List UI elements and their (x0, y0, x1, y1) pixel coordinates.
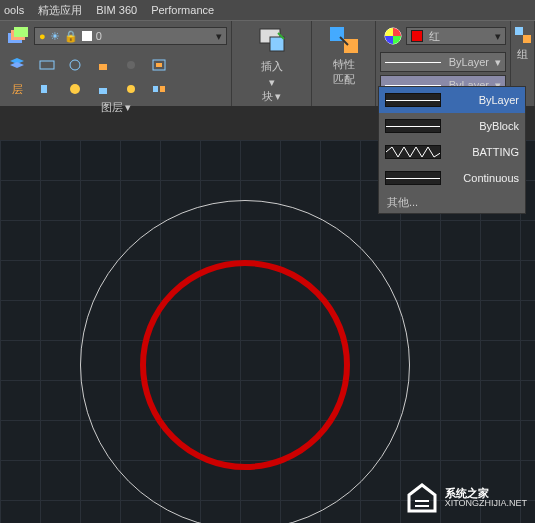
lock-icon: 🔒 (64, 30, 78, 43)
match-icon (151, 58, 167, 72)
layer-tool-2[interactable]: 层 (4, 78, 30, 100)
svg-rect-2 (14, 27, 28, 37)
layers-icon (8, 57, 26, 73)
match-props-icon (328, 25, 360, 55)
watermark-url: XITONGZHIJIA.NET (445, 499, 527, 509)
insert-block-button[interactable] (254, 23, 290, 57)
layer-dropdown[interactable]: ● ☀ 🔒 0 ▾ (34, 27, 227, 45)
color-dropdown[interactable]: 红 ▾ (406, 27, 506, 45)
layer-stack-icon (6, 25, 28, 47)
svg-point-9 (70, 84, 80, 94)
inner-circle-entity (140, 260, 350, 470)
lineweight-label: ByLayer (449, 56, 489, 68)
match-props-label: 特性 匹配 (333, 57, 355, 87)
linetype-option-label: ByBlock (449, 120, 519, 132)
other-label: 其他... (387, 195, 418, 210)
layer-color-swatch (82, 31, 92, 41)
menu-featured[interactable]: 精选应用 (38, 3, 82, 18)
linetype-option-label: Continuous (449, 172, 519, 184)
svg-point-6 (127, 61, 135, 69)
zigzag-icon (386, 146, 440, 158)
layer-match-button[interactable] (146, 54, 172, 76)
menu-performance[interactable]: Performance (151, 4, 214, 16)
layer-properties-button[interactable] (4, 23, 30, 49)
lineweight-preview (385, 62, 441, 63)
svg-rect-10 (99, 88, 107, 94)
layer-lock-button[interactable] (90, 54, 116, 76)
color-wheel-button[interactable] (380, 23, 406, 49)
chevron-down-icon[interactable]: ▾ (269, 76, 275, 89)
block-panel-title: 块▾ (236, 89, 307, 104)
svg-point-4 (70, 60, 80, 70)
layers-panel-title: 图层▾ (4, 100, 227, 115)
freeze-icon (67, 58, 83, 72)
layer-iso-button[interactable] (34, 54, 60, 76)
layer-tool-1[interactable] (4, 54, 30, 76)
layer-off-button[interactable] (118, 54, 144, 76)
linetype-option-label: ByLayer (449, 94, 519, 106)
svg-rect-12 (153, 86, 158, 92)
linetype-option-other[interactable]: 其他... (379, 191, 525, 213)
chevron-down-icon: ▾ (216, 30, 222, 43)
svg-rect-17 (344, 39, 358, 53)
prev-icon (39, 82, 55, 96)
watermark: 系统之家 XITONGZHIJIA.NET (405, 481, 527, 515)
layer-walk-button[interactable] (146, 78, 172, 100)
linetype-option-batting[interactable]: BATTING (379, 139, 525, 165)
chevron-down-icon: ▾ (125, 101, 131, 114)
group-button[interactable] (513, 25, 533, 45)
unlock-icon (95, 82, 111, 96)
layer-icon (39, 58, 55, 72)
layer-thaw-button[interactable] (62, 78, 88, 100)
linetype-preview (385, 119, 441, 133)
block-panel: 插入 ▾ 块▾ (232, 21, 312, 106)
insert-label: 插入 (261, 59, 283, 74)
linetype-option-byblock[interactable]: ByBlock (379, 113, 525, 139)
color-label: 红 (429, 29, 440, 44)
svg-rect-20 (523, 35, 531, 43)
layer-unlock-button[interactable] (90, 78, 116, 100)
lock-icon (95, 58, 111, 72)
off-icon (123, 58, 139, 72)
layer-name: 0 (96, 30, 102, 42)
menubar: ools 精选应用 BIM 360 Performance (0, 0, 535, 20)
chevron-down-icon: ▾ (275, 90, 281, 103)
svg-rect-3 (40, 61, 54, 69)
layer-prev-button[interactable] (34, 78, 60, 100)
sun-icon: ☀ (50, 30, 60, 43)
group-label: 组 (517, 47, 528, 62)
linetype-preview (385, 145, 441, 159)
watermark-logo-icon (405, 481, 439, 515)
linetype-preview (385, 171, 441, 185)
svg-rect-13 (160, 86, 165, 92)
layer-freeze-button[interactable] (62, 54, 88, 76)
svg-rect-19 (515, 27, 523, 35)
linetype-option-continuous[interactable]: Continuous (379, 165, 525, 191)
match-properties-button[interactable] (326, 23, 362, 57)
insert-icon (256, 25, 288, 55)
properties-panel: 特性 匹配 (312, 21, 376, 106)
layers-panel: ● ☀ 🔒 0 ▾ 层 (0, 21, 232, 106)
svg-rect-8 (156, 63, 162, 67)
linetype-option-label: BATTING (449, 146, 519, 158)
walk-icon (151, 82, 167, 96)
bulb-icon: ● (39, 30, 46, 42)
linetype-dropdown-menu: ByLayer ByBlock BATTING Continuous 其他... (378, 86, 526, 214)
svg-rect-15 (270, 37, 284, 51)
menu-bim360[interactable]: BIM 360 (96, 4, 137, 16)
color-swatch (411, 30, 423, 42)
thaw-icon (67, 82, 83, 96)
svg-rect-5 (99, 64, 107, 70)
chevron-down-icon: ▾ (495, 56, 501, 69)
svg-point-11 (127, 85, 135, 93)
on-icon (123, 82, 139, 96)
linetype-option-bylayer[interactable]: ByLayer (379, 87, 525, 113)
group-icon (513, 25, 533, 45)
color-wheel-icon (384, 27, 402, 45)
layer-icon: 层 (12, 82, 23, 97)
lineweight-dropdown[interactable]: ByLayer ▾ (380, 52, 506, 72)
menu-tools[interactable]: ools (4, 4, 24, 16)
chevron-down-icon: ▾ (495, 30, 501, 43)
layer-on-button[interactable] (118, 78, 144, 100)
linetype-preview (385, 93, 441, 107)
